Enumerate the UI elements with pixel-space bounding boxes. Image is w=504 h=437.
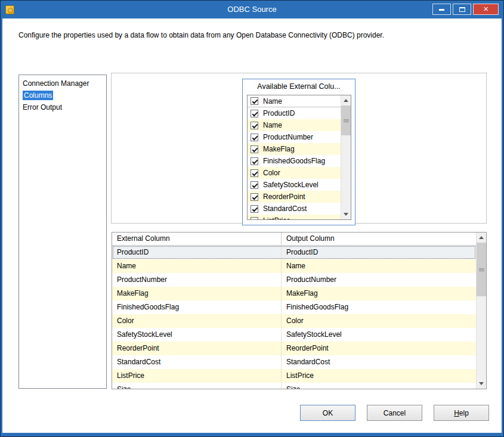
titlebar[interactable]: ODBC Source: [1, 1, 503, 18]
checkbox-checked-icon[interactable]: [251, 157, 258, 165]
external-column-cell[interactable]: ListPrice: [112, 369, 282, 383]
available-column-label: ListPrice: [263, 216, 290, 219]
output-column-cell[interactable]: MakeFlag: [282, 287, 476, 300]
available-column-label: StandardCost: [263, 204, 307, 213]
external-column-cell[interactable]: SafetyStockLevel: [112, 328, 282, 342]
mapping-row[interactable]: ProductNumber ProductNumber: [112, 273, 476, 287]
mapping-row[interactable]: Size Size: [112, 383, 476, 389]
mapping-row[interactable]: FinishedGoodsFlag FinishedGoodsFlag: [112, 300, 476, 314]
cancel-button-label: Cancel: [367, 406, 422, 420]
mapping-row[interactable]: Color Color: [112, 314, 476, 328]
help-button[interactable]: Help: [434, 405, 489, 421]
external-column-cell[interactable]: ProductNumber: [112, 273, 282, 287]
output-column-cell[interactable]: ListPrice: [282, 369, 476, 383]
external-column-cell[interactable]: StandardCost: [112, 355, 282, 369]
minimize-icon: [439, 9, 444, 11]
external-column-header[interactable]: External Column: [112, 233, 282, 245]
available-column-label: Color: [263, 169, 280, 177]
select-all-checkbox[interactable]: [251, 97, 258, 105]
sidebar-item-connection-manager[interactable]: Connection Manager: [19, 78, 106, 89]
checkbox-checked-icon[interactable]: [251, 110, 258, 117]
mapping-row[interactable]: Name Name: [112, 259, 476, 273]
sidebar-item-columns[interactable]: Columns: [19, 89, 106, 101]
available-column-row[interactable]: StandardCost: [248, 203, 341, 215]
checkbox-checked-icon[interactable]: [251, 145, 258, 153]
available-columns-scrollbar[interactable]: [341, 95, 351, 219]
checkbox-checked-icon[interactable]: [251, 205, 258, 213]
mapping-row-selected[interactable]: ProductID ProductID: [112, 246, 476, 259]
checkbox-checked-icon[interactable]: [251, 122, 258, 129]
dialog-description: Configure the properties used by a data …: [18, 31, 484, 39]
close-icon: [474, 4, 498, 14]
close-button[interactable]: [473, 4, 499, 15]
scroll-down-icon[interactable]: [341, 209, 351, 219]
available-column-label: MakeFlag: [263, 145, 295, 153]
available-column-row[interactable]: Color: [248, 167, 341, 179]
available-column-label: ReorderPoint: [263, 193, 305, 201]
sidebar-item-error-output[interactable]: Error Output: [19, 101, 106, 113]
external-column-cell[interactable]: FinishedGoodsFlag: [112, 300, 282, 314]
available-column-row[interactable]: SafetyStockLevel: [248, 179, 341, 191]
external-column-cell[interactable]: Color: [112, 314, 282, 328]
available-column-row[interactable]: ProductID: [248, 107, 341, 119]
output-column-cell[interactable]: Name: [282, 259, 476, 273]
output-column-cell[interactable]: SafetyStockLevel: [282, 328, 476, 342]
checkbox-checked-icon[interactable]: [251, 134, 258, 141]
available-external-columns-box[interactable]: Available External Colu... Name ProductI…: [242, 79, 355, 225]
window-controls: [432, 4, 499, 15]
help-button-label: Help: [434, 406, 488, 420]
checkbox-checked-icon[interactable]: [251, 193, 258, 201]
external-column-cell[interactable]: ReorderPoint: [112, 342, 282, 355]
output-column-cell[interactable]: Color: [282, 314, 476, 328]
available-column-label: Name: [263, 121, 282, 129]
cancel-button[interactable]: Cancel: [367, 405, 422, 421]
available-column-row[interactable]: ProductNumber: [248, 131, 341, 143]
minimize-button[interactable]: [432, 4, 451, 15]
mapping-table-scrollbar[interactable]: [476, 233, 486, 389]
ok-button-label: OK: [301, 406, 355, 420]
output-column-header[interactable]: Output Column: [282, 233, 476, 245]
checkbox-checked-icon[interactable]: [251, 217, 258, 220]
available-column-row[interactable]: MakeFlag: [248, 143, 341, 155]
output-column-cell[interactable]: StandardCost: [282, 355, 476, 369]
mapping-row[interactable]: ListPrice ListPrice: [112, 369, 476, 383]
available-external-columns-title[interactable]: Available External Colu...: [243, 79, 355, 94]
available-columns-header-row[interactable]: Name: [248, 95, 341, 107]
output-column-cell[interactable]: ReorderPoint: [282, 342, 476, 355]
output-column-cell[interactable]: Size: [282, 383, 476, 389]
maximize-button[interactable]: [453, 4, 471, 15]
scroll-up-icon[interactable]: [341, 95, 351, 106]
checkbox-checked-icon[interactable]: [251, 169, 258, 177]
available-column-label: ProductNumber: [263, 133, 313, 141]
page-list: Connection Manager Columns Error Output: [18, 75, 107, 389]
available-column-row[interactable]: ListPrice: [248, 215, 341, 219]
mapping-row[interactable]: StandardCost StandardCost: [112, 355, 476, 369]
mapping-row[interactable]: ReorderPoint ReorderPoint: [112, 342, 476, 355]
ok-button[interactable]: OK: [300, 405, 355, 421]
dialog-body: Configure the properties used by a data …: [2, 18, 502, 433]
checkbox-checked-icon[interactable]: [251, 181, 258, 189]
scrollbar-thumb[interactable]: [341, 106, 351, 135]
sidebar-item-label: Connection Manager: [23, 79, 89, 88]
external-column-cell[interactable]: Size: [112, 383, 282, 389]
available-column-label: SafetyStockLevel: [263, 181, 319, 189]
column-mapping-content: External Column Output Column ProductID …: [112, 233, 476, 389]
mapping-row[interactable]: SafetyStockLevel SafetyStockLevel: [112, 328, 476, 342]
available-column-row[interactable]: FinishedGoodsFlag: [248, 155, 341, 167]
scrollbar-thumb[interactable]: [477, 243, 486, 296]
mapping-row[interactable]: MakeFlag MakeFlag: [112, 287, 476, 300]
external-column-cell[interactable]: ProductID: [112, 246, 282, 259]
external-column-cell[interactable]: Name: [112, 259, 282, 273]
sidebar-item-label: Error Output: [23, 103, 62, 111]
mapping-table-rows: ProductID ProductID Name Name ProductNum…: [112, 246, 476, 389]
external-column-cell[interactable]: MakeFlag: [112, 287, 282, 300]
output-column-cell[interactable]: FinishedGoodsFlag: [282, 300, 476, 314]
available-column-row[interactable]: Name: [248, 119, 341, 131]
output-column-cell[interactable]: ProductID: [282, 246, 476, 259]
output-column-cell[interactable]: ProductNumber: [282, 273, 476, 287]
scroll-down-icon[interactable]: [477, 379, 486, 389]
window-title: ODBC Source: [1, 1, 503, 18]
scroll-up-icon[interactable]: [477, 233, 486, 243]
available-columns-list: Name ProductID Name ProductNumber: [247, 95, 351, 220]
available-column-row[interactable]: ReorderPoint: [248, 191, 341, 203]
